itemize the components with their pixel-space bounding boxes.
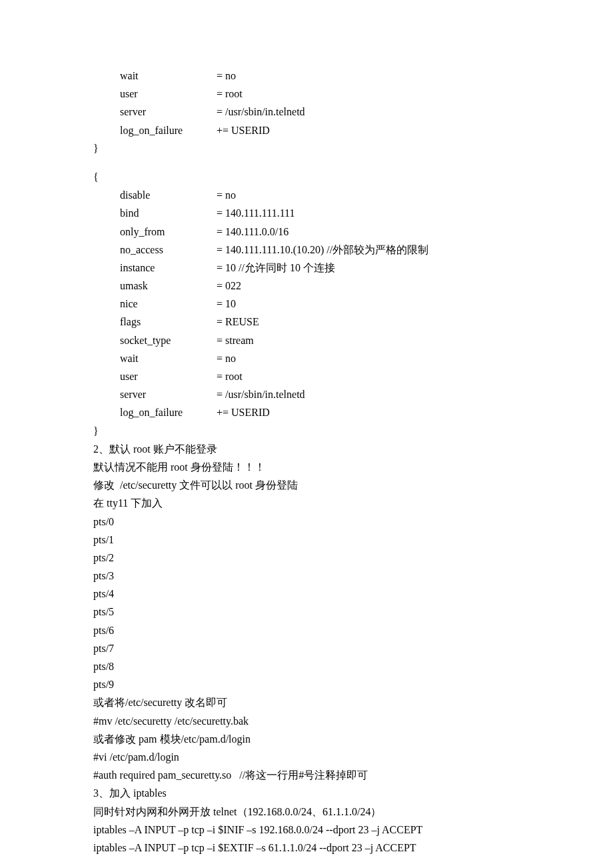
config-key: server [120,103,217,121]
config-value: += USERID [217,121,270,139]
body-line: 或者将/etc/securetty 改名即可 [93,693,520,711]
body-line: pts/9 [93,675,520,693]
body-line: pts/3 [93,567,520,585]
config-key: log_on_failure [120,403,217,421]
config-value: = root [217,367,243,385]
config-key: wait [120,349,217,367]
config-value: = no [217,186,236,204]
body-line: 在 tty11 下加入 [93,494,520,512]
body-line: pts/5 [93,603,520,621]
body-line: pts/7 [93,639,520,657]
config-row: wait = no [93,67,520,85]
config-key: umask [120,277,217,295]
config-value: = /usr/sbin/in.telnetd [217,103,305,121]
body-line: pts/2 [93,549,520,567]
config-key: no_access [120,241,217,259]
config-row: socket_type = stream [93,331,520,349]
config-row: instance = 10 //允许同时 10 个连接 [93,259,520,277]
config-value: = 140.111.0.0/16 [217,223,289,241]
body-line: #mv /etc/securetty /etc/securetty.bak [93,712,520,730]
config-value: = 10 //允许同时 10 个连接 [217,259,335,277]
config-key: server [120,385,217,403]
config-key: flags [120,313,217,331]
config-value: = no [217,349,236,367]
config-row: flags = REUSE [93,313,520,331]
config-row: user = root [93,85,520,103]
config-value: = no [217,67,236,85]
body-line: 或者修改 pam 模块/etc/pam.d/login [93,730,520,748]
body-line: 3、加入 iptables [93,784,520,802]
config-row: only_from = 140.111.0.0/16 [93,223,520,241]
brace-close: } [93,139,520,157]
config-key: user [120,85,217,103]
body-line: 同时针对内网和外网开放 telnet（192.168.0.0/24、61.1.1… [93,803,520,821]
body-line: pts/4 [93,585,520,603]
config-row: disable = no [93,186,520,204]
body-line: pts/0 [93,513,520,531]
config-key: log_on_failure [120,121,217,139]
config-row: umask = 022 [93,277,520,295]
config-value: = 140.111.111.10.(10.20) //外部较为严格的限制 [217,241,428,259]
document-page: wait = no user = root server = /usr/sbin… [0,0,613,868]
config-key: disable [120,186,217,204]
body-line: pts/8 [93,657,520,675]
config-row: bind = 140.111.111.111 [93,204,520,222]
config-row: server = /usr/sbin/in.telnetd [93,103,520,121]
config-key: nice [120,295,217,313]
config-value: += USERID [217,403,270,421]
body-line: #vi /etc/pam.d/login [93,748,520,766]
config-value: = 10 [217,295,236,313]
config-value: = REUSE [217,313,259,331]
config-key: socket_type [120,331,217,349]
body-line: iptables –A INPUT –p tcp –i $INIF –s 192… [93,821,520,839]
config-row: no_access = 140.111.111.10.(10.20) //外部较… [93,241,520,259]
config-row: nice = 10 [93,295,520,313]
config-value: = root [217,85,243,103]
config-row: log_on_failure += USERID [93,121,520,139]
body-line: 修改 /etc/securetty 文件可以以 root 身份登陆 [93,476,520,494]
config-row: wait = no [93,349,520,367]
config-row: user = root [93,367,520,385]
config-key: instance [120,259,217,277]
body-line: iptables –A INPUT –p tcp –i $EXTIF –s 61… [93,839,520,857]
config-key: wait [120,67,217,85]
brace-close: } [93,422,520,440]
config-key: only_from [120,223,217,241]
config-row: log_on_failure += USERID [93,403,520,421]
config-value: = 140.111.111.111 [217,204,295,222]
config-value: = /usr/sbin/in.telnetd [217,385,305,403]
config-row: server = /usr/sbin/in.telnetd [93,385,520,403]
body-line: 默认情况不能用 root 身份登陆！！！ [93,458,520,476]
body-line: 2、默认 root 账户不能登录 [93,440,520,458]
body-line: pts/1 [93,531,520,549]
config-value: = 022 [217,277,241,295]
brace-open: { [93,168,520,186]
config-key: bind [120,204,217,222]
body-line: #auth required pam_securetty.so //将这一行用#… [93,766,520,784]
body-line: pts/6 [93,621,520,639]
config-value: = stream [217,331,254,349]
config-key: user [120,367,217,385]
